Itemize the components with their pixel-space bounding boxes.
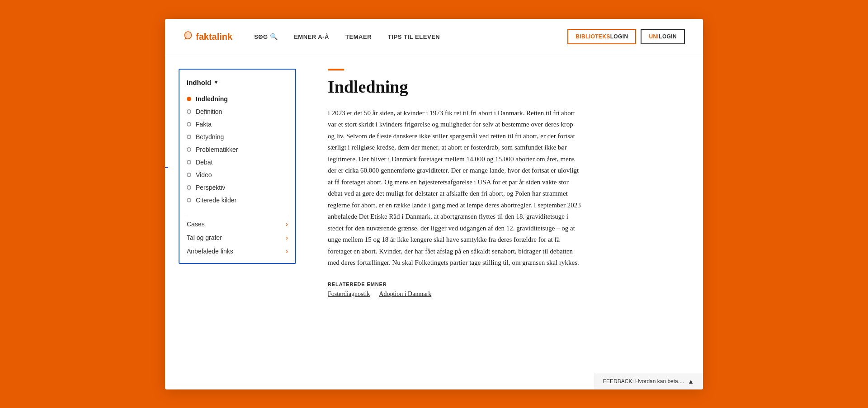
- nav-dot: [187, 160, 191, 164]
- sidebar: Nynavigation Indhold ▾ Indledning: [165, 55, 305, 389]
- feedback-bar[interactable]: FEEDBACK: Hvordan kan beta.... ▲: [594, 373, 703, 389]
- related-links: Fosterdiagnostik Adoption i Danmark: [328, 291, 680, 298]
- arrow-icon: ›: [286, 234, 288, 241]
- article-content: Indledning I 2023 er det 50 år siden, at…: [305, 55, 703, 389]
- related-section: RELATEREDE EMNER Fosterdiagnostik Adopti…: [328, 281, 680, 298]
- main-content: Nynavigation Indhold ▾ Indledning: [165, 55, 703, 389]
- nav-dot: [187, 173, 191, 177]
- nav-item-definition[interactable]: Definition: [187, 105, 288, 118]
- nav-dot: [187, 122, 191, 127]
- related-label: RELATEREDE EMNER: [328, 281, 680, 287]
- arrow-icon: ›: [286, 220, 288, 228]
- main-nav: SØG 🔍 EMNER A-Å TEMAER TIPS TIL ELEVEN: [254, 33, 567, 40]
- logo-icon: f: [183, 30, 193, 43]
- browser-window: f faktalink SØG 🔍 EMNER A-Å TEMAER TIPS …: [165, 19, 703, 389]
- nav-cases-link[interactable]: Cases ›: [187, 220, 288, 229]
- nav-tal-grafer-link[interactable]: Tal og grafer ›: [187, 233, 288, 242]
- header-buttons: BIBLIOTEKSLOGIN UNILOGIN: [567, 29, 685, 44]
- nav-box-title: Indhold: [187, 79, 211, 86]
- nav-item-label: Perspektiv: [196, 184, 225, 191]
- chevron-down-icon: ▾: [215, 79, 217, 86]
- nav-item-label: Fakta: [196, 121, 212, 128]
- connector-line: [165, 167, 168, 168]
- nav-item-label: Citerede kilder: [196, 197, 236, 204]
- nav-anbefalede-links[interactable]: Anbefalede links ›: [187, 247, 288, 256]
- nav-dot: [187, 135, 191, 139]
- nav-item-label: Debat: [196, 159, 212, 166]
- section-bar: [328, 69, 344, 70]
- nav-dot: [187, 109, 191, 114]
- nav-item-label: Definition: [196, 108, 222, 115]
- nav-items-list: Indledning Definition Fakta Betydni: [187, 93, 288, 206]
- site-header: f faktalink SØG 🔍 EMNER A-Å TEMAER TIPS …: [165, 19, 703, 55]
- nav-item-label: Problematikker: [196, 146, 238, 153]
- arrow-icon: ›: [286, 248, 288, 255]
- nav-box: Indhold ▾ Indledning Definition: [179, 69, 296, 264]
- article-body: I 2023 er det 50 år siden, at kvinder i …: [328, 108, 581, 269]
- article-title: Indledning: [328, 77, 680, 97]
- nav-item-problematikker[interactable]: Problematikker: [187, 143, 288, 156]
- nav-temaer[interactable]: TEMAER: [345, 33, 372, 40]
- feedback-text: FEEDBACK: Hvordan kan beta....: [603, 378, 684, 385]
- related-fosterdiagnostik[interactable]: Fosterdiagnostik: [328, 291, 370, 298]
- nav-section-links: Cases › Tal og grafer › Anbefalede links…: [187, 214, 288, 256]
- nav-item-label: Betydning: [196, 133, 224, 141]
- nav-box-header[interactable]: Indhold ▾: [187, 79, 288, 86]
- feedback-arrow-icon: ▲: [688, 378, 694, 385]
- nav-emner[interactable]: EMNER A-Å: [294, 33, 329, 40]
- nav-dot: [187, 97, 191, 101]
- logo-text: faktalink: [196, 32, 232, 42]
- nav-dot: [187, 147, 191, 152]
- nav-item-indledning[interactable]: Indledning: [187, 93, 288, 105]
- biblioteks-login-button[interactable]: BIBLIOTEKSLOGIN: [567, 29, 636, 44]
- nav-item-debat[interactable]: Debat: [187, 156, 288, 169]
- nav-tips[interactable]: TIPS TIL ELEVEN: [388, 33, 440, 40]
- nav-item-perspektiv[interactable]: Perspektiv: [187, 181, 288, 194]
- nav-dot: [187, 185, 191, 190]
- nav-item-label: Video: [196, 171, 212, 178]
- nav-item-citerede-kilder[interactable]: Citerede kilder: [187, 194, 288, 206]
- page-wrapper: f faktalink SØG 🔍 EMNER A-Å TEMAER TIPS …: [0, 0, 868, 408]
- nav-search[interactable]: SØG 🔍: [254, 33, 278, 40]
- nav-item-betydning[interactable]: Betydning: [187, 131, 288, 143]
- nav-item-video[interactable]: Video: [187, 169, 288, 181]
- nav-item-label: Indledning: [196, 95, 228, 103]
- uni-login-button[interactable]: UNILOGIN: [641, 29, 685, 44]
- nav-dot: [187, 198, 191, 202]
- related-adoption[interactable]: Adoption i Danmark: [379, 291, 431, 298]
- search-icon: 🔍: [270, 33, 278, 40]
- logo[interactable]: f faktalink: [183, 30, 232, 43]
- nav-item-fakta[interactable]: Fakta: [187, 118, 288, 131]
